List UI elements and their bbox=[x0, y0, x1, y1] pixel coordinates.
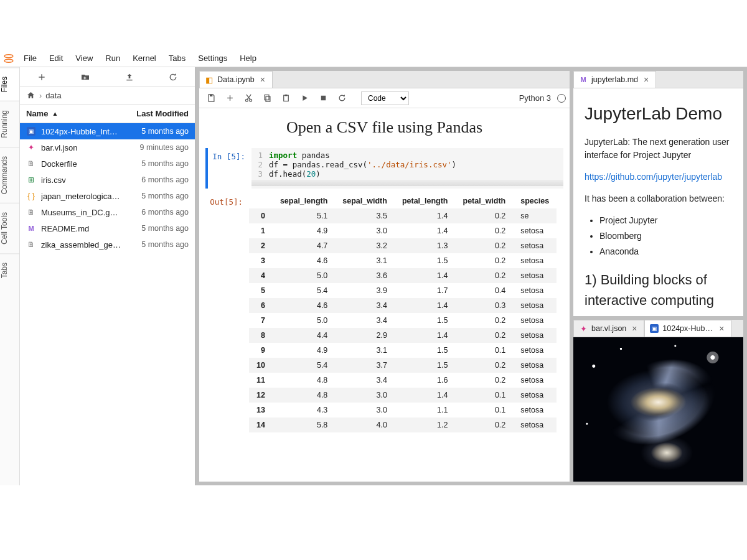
svg-rect-3 bbox=[84, 77, 87, 78]
menu-bar: FileEditViewRunKernelTabsSettingsHelp bbox=[0, 50, 747, 67]
file-list-header[interactable]: Name ▲ Last Modified bbox=[20, 105, 195, 123]
save-button[interactable] bbox=[203, 90, 219, 106]
sort-caret-icon: ▲ bbox=[52, 110, 58, 117]
menu-help[interactable]: Help bbox=[233, 54, 263, 63]
close-icon[interactable]: × bbox=[258, 75, 267, 85]
home-icon bbox=[26, 91, 35, 100]
refresh-button[interactable] bbox=[151, 67, 195, 86]
jupyter-logo bbox=[0, 53, 17, 64]
image-pane: ✦ bar.vl.json × ▣ 1024px-Hubble × bbox=[573, 320, 743, 482]
tab-bar-vl-json[interactable]: ✦ bar.vl.json × bbox=[573, 320, 644, 337]
galaxy-image bbox=[573, 337, 743, 482]
svg-point-0 bbox=[4, 54, 13, 57]
input-prompt: In [5]: bbox=[208, 148, 251, 189]
svg-rect-4 bbox=[126, 80, 132, 80]
notebook-icon: ◧ bbox=[205, 75, 214, 84]
dataframe-table: sepal_lengthsepal_widthpetal_lengthpetal… bbox=[249, 194, 557, 432]
close-icon[interactable]: × bbox=[717, 324, 726, 334]
file-row[interactable]: 🗎zika_assembled_geno...5 months ago bbox=[20, 236, 195, 253]
file-row[interactable]: 🗎Dockerfile5 months ago bbox=[20, 156, 195, 172]
file-name: zika_assembled_geno... bbox=[41, 240, 121, 250]
output-cell: Out[5]: sepal_lengthsepal_widthpetal_len… bbox=[205, 194, 563, 432]
md-list-item: Bloomberg bbox=[599, 230, 732, 243]
menu-tabs[interactable]: Tabs bbox=[162, 54, 192, 63]
file-icon: ✦ bbox=[26, 142, 36, 152]
md-list-item: Anaconda bbox=[599, 245, 732, 258]
menu-kernel[interactable]: Kernel bbox=[126, 54, 162, 63]
file-name: 1024px-Hubble_Intera... bbox=[41, 127, 121, 136]
side-tab-running[interactable]: Running bbox=[0, 101, 19, 147]
side-tab-commands[interactable]: Commands bbox=[0, 147, 19, 203]
code-editor[interactable]: 1import pandas2df = pandas.read_csv('../… bbox=[251, 148, 563, 189]
md-link[interactable]: https://github.com/jupyter/jupyterlab bbox=[585, 172, 722, 182]
menu-settings[interactable]: Settings bbox=[192, 54, 233, 63]
code-cell[interactable]: In [5]: 1import pandas2df = pandas.read_… bbox=[205, 148, 563, 189]
file-name: iris.csv bbox=[41, 175, 121, 185]
file-name: bar.vl.json bbox=[41, 143, 121, 152]
menu-view[interactable]: View bbox=[69, 54, 99, 63]
copy-button[interactable] bbox=[259, 90, 275, 106]
dataframe-output[interactable]: sepal_lengthsepal_widthpetal_lengthpetal… bbox=[249, 194, 563, 432]
image-tab-strip: ✦ bar.vl.json × ▣ 1024px-Hubble × bbox=[573, 320, 743, 337]
file-row[interactable]: MREADME.md5 months ago bbox=[20, 220, 195, 236]
close-icon[interactable]: × bbox=[630, 324, 639, 334]
side-tab-tabs[interactable]: Tabs bbox=[0, 253, 19, 287]
cut-button[interactable] bbox=[240, 90, 256, 106]
file-browser-toolbar bbox=[20, 67, 195, 87]
side-tab-files[interactable]: Files bbox=[0, 67, 19, 101]
output-prompt: Out[5]: bbox=[205, 194, 249, 432]
file-row[interactable]: ✦bar.vl.json9 minutes ago bbox=[20, 139, 195, 156]
run-button[interactable] bbox=[296, 90, 312, 106]
file-row[interactable]: 🗎Museums_in_DC.geoj...6 months ago bbox=[20, 204, 195, 220]
tab-jupyterlab-md[interactable]: M jupyterlab.md × bbox=[573, 71, 656, 88]
md-paragraph: It has been a collaboration between: bbox=[585, 192, 732, 205]
svg-rect-12 bbox=[321, 96, 326, 101]
vega-icon: ✦ bbox=[579, 324, 588, 333]
col-modified-label: Last Modified bbox=[126, 109, 189, 118]
notebook-body[interactable]: Open a CSV file using Pandas In [5]: 1im… bbox=[199, 108, 570, 482]
file-row[interactable]: { }japan_meterological_a...5 months ago bbox=[20, 188, 195, 204]
close-icon[interactable]: × bbox=[642, 75, 651, 85]
md-h1: JupyterLab Demo bbox=[585, 101, 732, 127]
md-paragraph: JupyterLab: The next generation user int… bbox=[585, 136, 732, 162]
markdown-body[interactable]: JupyterLab Demo JupyterLab: The next gen… bbox=[573, 88, 743, 316]
markdown-icon: M bbox=[579, 75, 588, 84]
file-icon: ▣ bbox=[26, 126, 36, 136]
cell-type-select[interactable]: Code bbox=[361, 91, 409, 105]
file-name: Dockerfile bbox=[41, 159, 121, 169]
insert-cell-button[interactable] bbox=[222, 90, 238, 106]
menu-run[interactable]: Run bbox=[99, 54, 126, 63]
breadcrumb[interactable]: › data bbox=[20, 87, 195, 105]
tab-data-ipynb[interactable]: ◧ Data.ipynb × bbox=[199, 71, 273, 88]
file-icon: 🗎 bbox=[26, 207, 36, 217]
side-tab-cell-tools[interactable]: Cell Tools bbox=[0, 203, 19, 253]
stop-button[interactable] bbox=[315, 90, 331, 106]
breadcrumb-item[interactable]: data bbox=[45, 91, 61, 100]
tab-label: Data.ipynb bbox=[217, 75, 255, 84]
file-modified: 6 months ago bbox=[126, 208, 189, 217]
file-row[interactable]: ▣1024px-Hubble_Intera...5 months ago bbox=[20, 123, 195, 139]
file-list[interactable]: ▣1024px-Hubble_Intera...5 months ago✦bar… bbox=[20, 123, 195, 485]
menu-file[interactable]: File bbox=[17, 54, 43, 63]
tab-hubble-image[interactable]: ▣ 1024px-Hubble × bbox=[644, 320, 731, 337]
tab-label: 1024px-Hubble bbox=[662, 324, 713, 333]
upload-button[interactable] bbox=[108, 67, 151, 86]
jupyterlab-app: FileEditViewRunKernelTabsSettingsHelp Fi… bbox=[0, 50, 747, 485]
markdown-pane: M jupyterlab.md × JupyterLab Demo Jupyte… bbox=[573, 71, 743, 316]
restart-button[interactable] bbox=[334, 90, 350, 106]
kernel-name[interactable]: Python 3 bbox=[519, 93, 555, 103]
paste-button[interactable] bbox=[278, 90, 294, 106]
file-row[interactable]: ⊞iris.csv6 months ago bbox=[20, 172, 195, 188]
new-folder-button[interactable] bbox=[63, 67, 107, 86]
markdown-tab-strip: M jupyterlab.md × bbox=[573, 71, 743, 88]
image-viewport[interactable] bbox=[573, 337, 743, 482]
file-modified: 5 months ago bbox=[126, 192, 189, 200]
file-modified: 5 months ago bbox=[126, 224, 189, 233]
svg-point-1 bbox=[4, 59, 13, 62]
tab-label: bar.vl.json bbox=[591, 324, 626, 333]
notebook-toolbar: Code Python 3 bbox=[199, 88, 570, 108]
menu-edit[interactable]: Edit bbox=[43, 54, 69, 63]
file-browser-panel: › data Name ▲ Last Modified ▣1024px-Hubb… bbox=[20, 67, 195, 485]
new-launcher-button[interactable] bbox=[20, 67, 63, 86]
svg-rect-5 bbox=[210, 95, 212, 96]
